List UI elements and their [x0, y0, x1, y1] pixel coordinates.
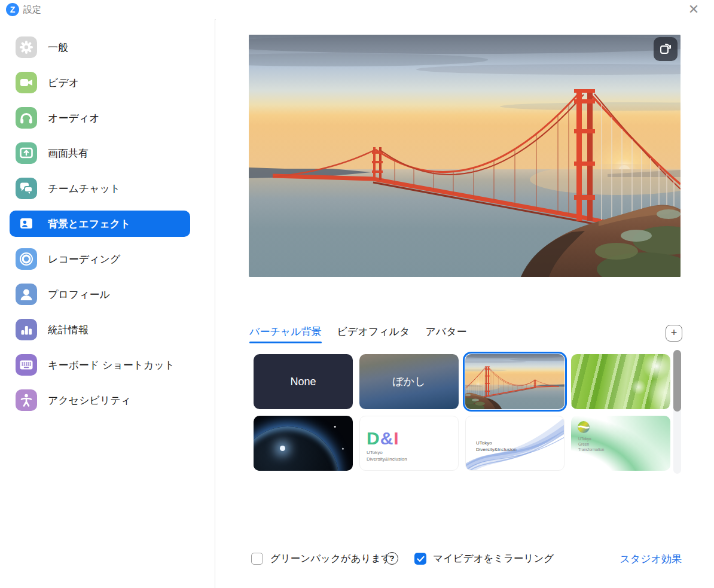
screen-share-icon [16, 142, 37, 164]
thumbnail-label: ぼかし [359, 354, 459, 409]
sidebar-item-label: 画面共有 [48, 147, 89, 160]
settings-sidebar: 一般 ビデオ オーディオ 画面共有 [0, 19, 215, 588]
sidebar-item-label: 統計情報 [48, 323, 89, 337]
bar-chart-icon [16, 319, 37, 340]
green-screen-label: グリーンバックがあります [270, 552, 391, 565]
gx-caption: UTokyoGreenTransformation [578, 436, 604, 452]
keyboard-icon [16, 354, 37, 376]
record-circle-icon [16, 248, 37, 270]
profile-person-icon [16, 284, 37, 305]
sun-flare-graphic [280, 446, 285, 451]
golden-gate-preview-image [249, 35, 681, 277]
background-thumbnail-grid: None ぼかし D&I UTokyoDiversity&Inclusion [254, 354, 670, 471]
dandi-caption: UTokyoDiversity&Inclusion [367, 450, 407, 463]
footer-controls: グリーンバックがあります ? マイビデオをミラーリング スタジオ効果 [216, 552, 714, 571]
tab-avatar[interactable]: アバター [425, 325, 466, 347]
thumbnail-earth[interactable] [254, 416, 353, 471]
sidebar-item-label: プロフィール [48, 288, 110, 301]
sidebar-item-recording[interactable]: レコーディング [10, 246, 190, 272]
sidebar-item-label: ビデオ [48, 76, 79, 90]
video-preview [249, 35, 681, 277]
thumbnail-none[interactable]: None [254, 354, 353, 409]
sidebar-item-label: レコーディング [48, 252, 120, 266]
background-person-icon [16, 213, 37, 234]
rotate-preview-button[interactable] [654, 37, 678, 61]
thumbnail-diversity-inclusion-logo[interactable]: D&I UTokyoDiversity&Inclusion [359, 416, 459, 471]
tab-virtual-background[interactable]: バーチャル背景 [249, 325, 322, 347]
thumbnail-grass[interactable] [571, 354, 670, 409]
title-bar: Z 設定 ✕ [0, 0, 714, 20]
sidebar-item-keyboard-shortcuts[interactable]: キーボード ショートカット [10, 352, 190, 378]
close-icon[interactable]: ✕ [681, 0, 707, 19]
add-background-button[interactable]: + [666, 325, 682, 342]
sidebar-item-label: オーディオ [48, 111, 100, 125]
sidebar-item-statistics[interactable]: 統計情報 [10, 316, 190, 343]
sidebar-item-accessibility[interactable]: アクセシビリティ [10, 387, 190, 413]
mirror-video-checkbox[interactable] [414, 553, 426, 565]
video-camera-icon [16, 72, 37, 93]
sidebar-item-label: アクセシビリティ [48, 394, 131, 407]
sidebar-item-label: チームチャット [48, 182, 120, 196]
sidebar-item-audio[interactable]: オーディオ [10, 105, 190, 131]
studio-effects-link[interactable]: スタジオ効果 [620, 552, 682, 566]
main-panel: バーチャル背景 ビデオフィルタ アバター + None ぼかし [216, 19, 714, 588]
green-screen-checkbox[interactable] [251, 553, 263, 565]
gear-icon [16, 36, 37, 58]
window-title: 設定 [23, 4, 41, 16]
tab-video-filter[interactable]: ビデオフィルタ [337, 325, 410, 347]
thumbnail-label: None [254, 354, 353, 409]
wave-caption: UTokyoDiversity&Inclusion [476, 440, 517, 453]
tab-label: ビデオフィルタ [337, 326, 410, 337]
tab-label: バーチャル背景 [249, 326, 322, 337]
thumbnail-diversity-inclusion-wave[interactable]: UTokyoDiversity&Inclusion [465, 416, 565, 471]
sidebar-item-label: 一般 [48, 41, 68, 54]
sidebar-item-label: 背景とエフェクト [48, 217, 130, 231]
thumbnail-scrollbar-track[interactable] [673, 350, 681, 474]
headphones-icon [16, 107, 37, 129]
chat-bubbles-icon [16, 178, 37, 199]
thumbnail-scrollbar-thumb[interactable] [673, 350, 681, 412]
thumbnail-green-transformation[interactable]: UTokyoGreenTransformation [571, 416, 670, 471]
gx-logo [577, 421, 590, 434]
help-icon[interactable]: ? [386, 552, 398, 565]
sidebar-item-background-effects[interactable]: 背景とエフェクト [10, 211, 190, 237]
accessibility-icon [16, 389, 37, 411]
rotate-icon [658, 41, 673, 57]
sidebar-item-general[interactable]: 一般 [10, 34, 190, 60]
sidebar-item-team-chat[interactable]: チームチャット [10, 175, 190, 202]
thumbnail-golden-gate-selected[interactable] [465, 354, 565, 409]
checkmark-icon [417, 556, 425, 562]
thumbnail-blur[interactable]: ぼかし [359, 354, 459, 409]
sidebar-item-video[interactable]: ビデオ [10, 69, 190, 96]
background-tabs: バーチャル背景 ビデオフィルタ アバター [249, 325, 467, 347]
tab-label: アバター [425, 326, 466, 337]
sidebar-item-profile[interactable]: プロフィール [10, 281, 190, 307]
sidebar-item-screen-share[interactable]: 画面共有 [10, 140, 190, 166]
earth-globe-graphic [254, 426, 338, 471]
zoom-logo-icon: Z [6, 3, 19, 16]
dandi-logo: D&I [367, 429, 407, 447]
mirror-video-label: マイビデオをミラーリング [433, 552, 554, 565]
sidebar-item-label: キーボード ショートカット [48, 358, 175, 372]
golden-gate-thumbnail-image [465, 354, 565, 409]
active-tab-underline [249, 342, 322, 343]
